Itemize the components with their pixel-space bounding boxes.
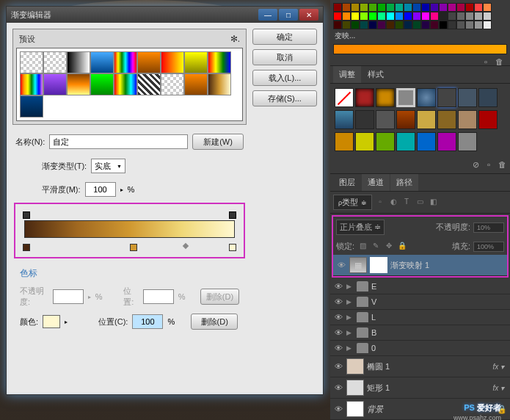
visibility-icon[interactable]: 👁 xyxy=(336,261,346,269)
swatches-panel: 变映... ▫ 🗑 xyxy=(330,0,510,66)
dialog-title: 渐变编辑器 xyxy=(11,10,257,21)
lock-all-icon[interactable]: 🔒 xyxy=(397,242,407,252)
layers-panel-tabs: 图层 通道 路径 xyxy=(330,174,510,192)
preset-grid[interactable] xyxy=(16,48,243,121)
gradient-type-select[interactable]: 实底 xyxy=(91,159,125,173)
lock-position-icon[interactable]: ✥ xyxy=(384,242,394,252)
minimize-button[interactable]: — xyxy=(258,9,277,21)
fx-badge[interactable]: fx ▾ xyxy=(492,384,504,392)
layers-tab[interactable]: 图层 xyxy=(333,174,361,191)
layer-ellipse[interactable]: 👁 椭圆 1 fx ▾ xyxy=(330,356,510,377)
layer-group-v[interactable]: 👁 ▶ V xyxy=(330,294,510,310)
filter-image-icon[interactable]: ▫ xyxy=(375,198,385,208)
expand-icon[interactable]: ▶ xyxy=(346,283,354,290)
expand-icon[interactable]: ▶ xyxy=(346,314,354,321)
expand-icon[interactable]: ▶ xyxy=(346,344,354,352)
color-stop-1[interactable] xyxy=(23,244,30,251)
gradient-preview[interactable] xyxy=(21,210,238,251)
visibility-icon[interactable]: 👁 xyxy=(333,344,343,352)
fill-input[interactable]: 100% xyxy=(473,242,504,252)
layer-group-e[interactable]: 👁 ▶ E xyxy=(330,279,510,294)
channels-tab[interactable]: 通道 xyxy=(362,174,390,191)
opacity-label: 不透明度: xyxy=(436,222,470,233)
layer-group-l[interactable]: 👁 ▶ L xyxy=(330,310,510,325)
smoothness-label: 平滑度(M): xyxy=(42,184,81,195)
visibility-icon[interactable]: 👁 xyxy=(333,383,343,392)
styles-grid[interactable] xyxy=(330,84,510,157)
maximize-button[interactable]: □ xyxy=(279,9,298,21)
layers-highlight: 正片叠底 ≑ 不透明度: 10% 锁定: ▨ ✎ ✥ 🔒 填充: 100% 👁 … xyxy=(332,215,509,278)
filter-smart-icon[interactable]: ◧ xyxy=(428,198,438,208)
visibility-icon[interactable]: 👁 xyxy=(333,313,343,322)
save-button[interactable]: 存储(S)... xyxy=(252,90,317,106)
gradient-bar[interactable] xyxy=(24,220,235,238)
gradient-type-label: 渐变类型(T): xyxy=(42,161,87,172)
smoothness-unit: % xyxy=(128,185,135,194)
dialog-titlebar[interactable]: 渐变编辑器 — □ ✕ xyxy=(7,7,323,23)
midpoint-diamond[interactable] xyxy=(183,243,189,249)
lock-pixels-icon[interactable]: ✎ xyxy=(371,242,381,252)
color-stop-3[interactable] xyxy=(229,244,236,251)
color-position-unit: % xyxy=(167,317,175,326)
load-button[interactable]: 载入(L)... xyxy=(252,70,317,86)
filter-type-icon[interactable]: T xyxy=(401,198,412,208)
current-gradient-swatch[interactable] xyxy=(333,44,507,54)
lock-transparency-icon[interactable]: ▨ xyxy=(357,242,368,252)
blend-mode-select[interactable]: 正片叠底 ≑ xyxy=(336,220,385,235)
clear-style-icon[interactable]: ⊘ xyxy=(470,160,481,170)
mask-thumb[interactable] xyxy=(370,257,387,273)
adjustments-tab[interactable]: 调整 xyxy=(333,66,361,83)
styles-panel-tabs: 调整 样式 xyxy=(330,66,510,84)
layers-panel: ρ 类型 ▫ ◐ T ▭ ◧ 正片叠底 ≑ 不透明度: 10% 锁定: ▨ ✎ … xyxy=(330,192,510,420)
stop-opacity-unit: % xyxy=(95,292,103,301)
color-position-input[interactable] xyxy=(132,314,163,329)
expand-icon[interactable]: ▶ xyxy=(346,298,354,305)
layer-thumb xyxy=(346,401,364,417)
stops-section-label: 色标 xyxy=(12,264,247,283)
layer-gradient-map[interactable]: 👁 ▦ 渐变映射 1 xyxy=(333,255,507,276)
folder-icon xyxy=(357,312,368,322)
paths-tab[interactable]: 路径 xyxy=(390,174,418,191)
opacity-stop-left[interactable] xyxy=(23,211,30,219)
folder-icon xyxy=(357,281,368,292)
fill-label: 填充: xyxy=(452,241,470,252)
visibility-icon[interactable]: 👁 xyxy=(333,282,343,291)
lock-label: 锁定: xyxy=(336,241,354,252)
stop-position-label: 位置: xyxy=(123,286,139,308)
name-input[interactable] xyxy=(49,134,188,149)
color-stop-2[interactable] xyxy=(130,244,137,251)
styles-tab[interactable]: 样式 xyxy=(362,66,390,83)
stop-opacity-input xyxy=(53,289,84,304)
folder-icon xyxy=(357,297,368,307)
color-label: 颜色: xyxy=(20,316,38,327)
visibility-icon[interactable]: 👁 xyxy=(333,328,343,337)
layer-group-b[interactable]: 👁 ▶ B xyxy=(330,325,510,341)
layer-group-0[interactable]: 👁 ▶ 0 xyxy=(330,341,510,356)
gradient-editor-dialog: 渐变编辑器 — □ ✕ 预设 ✻. xyxy=(6,6,324,395)
opacity-stop-right[interactable] xyxy=(229,211,236,219)
presets-label: 预设 xyxy=(19,34,35,45)
folder-icon xyxy=(357,343,368,353)
delete-color-stop-button[interactable]: 删除(D) xyxy=(191,314,238,330)
folder-icon xyxy=(357,327,368,338)
fx-badge[interactable]: fx ▾ xyxy=(492,363,504,371)
new-button[interactable]: 新建(W) xyxy=(192,134,244,150)
visibility-icon[interactable]: 👁 xyxy=(333,405,343,413)
ok-button[interactable]: 确定 xyxy=(252,29,317,45)
expand-icon[interactable]: ▶ xyxy=(346,329,354,336)
color-well[interactable] xyxy=(43,315,60,328)
new-style-icon[interactable]: ▫ xyxy=(484,160,494,170)
delete-style-icon[interactable]: 🗑 xyxy=(497,160,507,170)
panels-area: 变映... ▫ 🗑 调整 样式 ⊘ ▫ xyxy=(330,0,510,420)
opacity-input[interactable]: 10% xyxy=(473,222,504,233)
close-button[interactable]: ✕ xyxy=(299,9,318,21)
presets-menu-icon[interactable]: ✻. xyxy=(230,34,240,45)
filter-shape-icon[interactable]: ▭ xyxy=(415,198,425,208)
layer-rect[interactable]: 👁 矩形 1 fx ▾ xyxy=(330,377,510,399)
layer-filter-select[interactable]: ρ 类型 xyxy=(333,195,372,210)
smoothness-input[interactable] xyxy=(85,182,116,197)
visibility-icon[interactable]: 👁 xyxy=(333,362,343,371)
cancel-button[interactable]: 取消 xyxy=(252,49,317,65)
filter-adjust-icon[interactable]: ◐ xyxy=(388,198,398,208)
visibility-icon[interactable]: 👁 xyxy=(333,297,343,306)
